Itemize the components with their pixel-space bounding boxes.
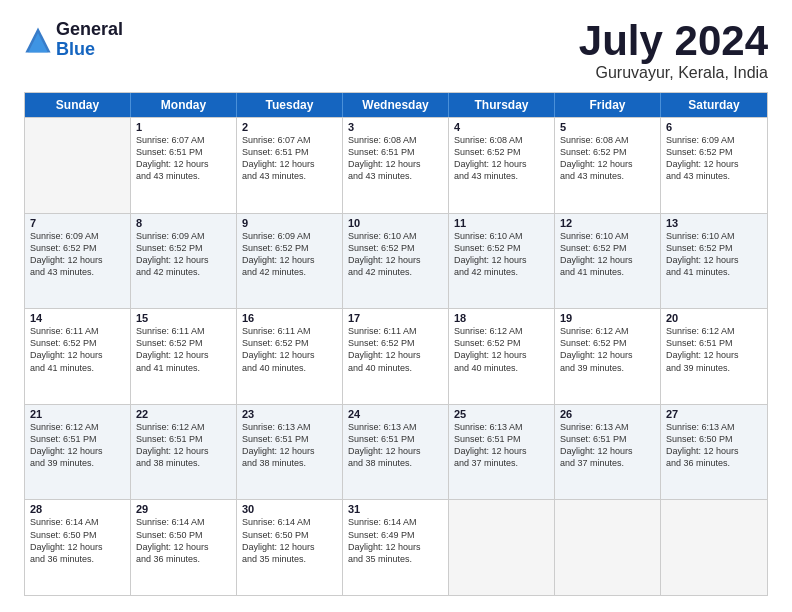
sunrise-text: Sunrise: 6:07 AM — [242, 134, 337, 146]
minutes-text: and 42 minutes. — [454, 266, 549, 278]
day-number: 29 — [136, 503, 231, 515]
daylight-text: Daylight: 12 hours — [666, 445, 762, 457]
calendar-cell: 14 Sunrise: 6:11 AM Sunset: 6:52 PM Dayl… — [25, 309, 131, 404]
sunset-text: Sunset: 6:51 PM — [454, 433, 549, 445]
sunrise-text: Sunrise: 6:10 AM — [454, 230, 549, 242]
day-number: 13 — [666, 217, 762, 229]
sunset-text: Sunset: 6:50 PM — [242, 529, 337, 541]
day-number: 9 — [242, 217, 337, 229]
calendar-row-1: 1 Sunrise: 6:07 AM Sunset: 6:51 PM Dayli… — [25, 117, 767, 213]
daylight-text: Daylight: 12 hours — [666, 254, 762, 266]
minutes-text: and 39 minutes. — [560, 362, 655, 374]
daylight-text: Daylight: 12 hours — [30, 349, 125, 361]
day-number: 3 — [348, 121, 443, 133]
minutes-text: and 36 minutes. — [136, 553, 231, 565]
calendar-cell: 28 Sunrise: 6:14 AM Sunset: 6:50 PM Dayl… — [25, 500, 131, 595]
logo-general-text: General — [56, 20, 123, 40]
sunrise-text: Sunrise: 6:09 AM — [30, 230, 125, 242]
day-number: 23 — [242, 408, 337, 420]
calendar-cell: 10 Sunrise: 6:10 AM Sunset: 6:52 PM Dayl… — [343, 214, 449, 309]
calendar-cell: 26 Sunrise: 6:13 AM Sunset: 6:51 PM Dayl… — [555, 405, 661, 500]
header-day-monday: Monday — [131, 93, 237, 117]
minutes-text: and 38 minutes. — [242, 457, 337, 469]
calendar-cell: 2 Sunrise: 6:07 AM Sunset: 6:51 PM Dayli… — [237, 118, 343, 213]
calendar-cell — [661, 500, 767, 595]
sunset-text: Sunset: 6:52 PM — [30, 337, 125, 349]
calendar-cell: 22 Sunrise: 6:12 AM Sunset: 6:51 PM Dayl… — [131, 405, 237, 500]
minutes-text: and 36 minutes. — [666, 457, 762, 469]
daylight-text: Daylight: 12 hours — [454, 158, 549, 170]
daylight-text: Daylight: 12 hours — [348, 254, 443, 266]
daylight-text: Daylight: 12 hours — [30, 445, 125, 457]
sunrise-text: Sunrise: 6:10 AM — [666, 230, 762, 242]
daylight-text: Daylight: 12 hours — [560, 349, 655, 361]
minutes-text: and 40 minutes. — [454, 362, 549, 374]
minutes-text: and 43 minutes. — [136, 170, 231, 182]
day-number: 15 — [136, 312, 231, 324]
daylight-text: Daylight: 12 hours — [30, 541, 125, 553]
sunrise-text: Sunrise: 6:09 AM — [242, 230, 337, 242]
sunrise-text: Sunrise: 6:12 AM — [666, 325, 762, 337]
daylight-text: Daylight: 12 hours — [348, 445, 443, 457]
calendar-cell: 4 Sunrise: 6:08 AM Sunset: 6:52 PM Dayli… — [449, 118, 555, 213]
calendar-body: 1 Sunrise: 6:07 AM Sunset: 6:51 PM Dayli… — [25, 117, 767, 595]
calendar-cell: 5 Sunrise: 6:08 AM Sunset: 6:52 PM Dayli… — [555, 118, 661, 213]
sunrise-text: Sunrise: 6:12 AM — [136, 421, 231, 433]
header-day-thursday: Thursday — [449, 93, 555, 117]
calendar-cell: 8 Sunrise: 6:09 AM Sunset: 6:52 PM Dayli… — [131, 214, 237, 309]
minutes-text: and 38 minutes. — [348, 457, 443, 469]
sunset-text: Sunset: 6:50 PM — [136, 529, 231, 541]
minutes-text: and 41 minutes. — [136, 362, 231, 374]
sunrise-text: Sunrise: 6:11 AM — [30, 325, 125, 337]
calendar-cell: 6 Sunrise: 6:09 AM Sunset: 6:52 PM Dayli… — [661, 118, 767, 213]
day-number: 8 — [136, 217, 231, 229]
sunset-text: Sunset: 6:52 PM — [560, 337, 655, 349]
sunset-text: Sunset: 6:49 PM — [348, 529, 443, 541]
sunrise-text: Sunrise: 6:13 AM — [666, 421, 762, 433]
sunset-text: Sunset: 6:51 PM — [348, 146, 443, 158]
header-day-saturday: Saturday — [661, 93, 767, 117]
sunset-text: Sunset: 6:50 PM — [666, 433, 762, 445]
sunset-text: Sunset: 6:51 PM — [348, 433, 443, 445]
sunset-text: Sunset: 6:52 PM — [242, 337, 337, 349]
sunset-text: Sunset: 6:52 PM — [560, 242, 655, 254]
day-number: 16 — [242, 312, 337, 324]
day-number: 5 — [560, 121, 655, 133]
daylight-text: Daylight: 12 hours — [454, 349, 549, 361]
month-title: July 2024 — [579, 20, 768, 62]
minutes-text: and 40 minutes. — [348, 362, 443, 374]
calendar-row-2: 7 Sunrise: 6:09 AM Sunset: 6:52 PM Dayli… — [25, 213, 767, 309]
daylight-text: Daylight: 12 hours — [136, 349, 231, 361]
sunset-text: Sunset: 6:51 PM — [242, 146, 337, 158]
calendar-cell — [449, 500, 555, 595]
sunset-text: Sunset: 6:52 PM — [30, 242, 125, 254]
calendar-cell: 29 Sunrise: 6:14 AM Sunset: 6:50 PM Dayl… — [131, 500, 237, 595]
calendar-cell: 15 Sunrise: 6:11 AM Sunset: 6:52 PM Dayl… — [131, 309, 237, 404]
header-day-sunday: Sunday — [25, 93, 131, 117]
daylight-text: Daylight: 12 hours — [242, 254, 337, 266]
sunrise-text: Sunrise: 6:10 AM — [348, 230, 443, 242]
minutes-text: and 39 minutes. — [666, 362, 762, 374]
sunrise-text: Sunrise: 6:13 AM — [454, 421, 549, 433]
minutes-text: and 41 minutes. — [666, 266, 762, 278]
day-number: 4 — [454, 121, 549, 133]
day-number: 24 — [348, 408, 443, 420]
daylight-text: Daylight: 12 hours — [136, 158, 231, 170]
day-number: 22 — [136, 408, 231, 420]
page: General Blue July 2024 Guruvayur, Kerala… — [0, 0, 792, 612]
minutes-text: and 43 minutes. — [242, 170, 337, 182]
logo-text: General Blue — [56, 20, 123, 60]
daylight-text: Daylight: 12 hours — [560, 254, 655, 266]
logo-icon — [24, 26, 52, 54]
calendar-cell — [25, 118, 131, 213]
sunrise-text: Sunrise: 6:09 AM — [666, 134, 762, 146]
sunrise-text: Sunrise: 6:07 AM — [136, 134, 231, 146]
header-day-friday: Friday — [555, 93, 661, 117]
day-number: 20 — [666, 312, 762, 324]
minutes-text: and 41 minutes. — [30, 362, 125, 374]
daylight-text: Daylight: 12 hours — [348, 541, 443, 553]
calendar-cell: 27 Sunrise: 6:13 AM Sunset: 6:50 PM Dayl… — [661, 405, 767, 500]
sunset-text: Sunset: 6:51 PM — [136, 146, 231, 158]
sunset-text: Sunset: 6:52 PM — [666, 146, 762, 158]
sunset-text: Sunset: 6:52 PM — [348, 242, 443, 254]
